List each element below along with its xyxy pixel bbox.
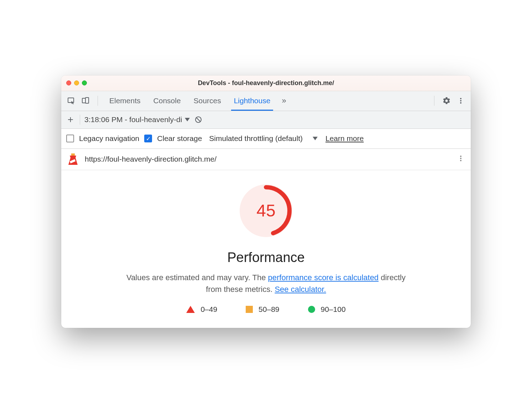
legend-low: 0–49	[186, 305, 217, 314]
titlebar: DevTools - foul-heavenly-direction.glitc…	[61, 75, 471, 91]
zoom-window-button[interactable]	[82, 80, 87, 85]
clear-storage-checkbox[interactable]: ✓	[144, 135, 152, 142]
throttling-caret-icon[interactable]	[313, 137, 318, 140]
report-url-text: https://foul-heavenly-direction.glitch.m…	[85, 155, 217, 163]
legend-high: 90–100	[308, 305, 346, 314]
more-tabs-icon[interactable]: »	[278, 96, 290, 105]
triangle-icon	[186, 306, 195, 313]
close-window-button[interactable]	[66, 80, 71, 85]
report-url-row: https://foul-heavenly-direction.glitch.m…	[61, 149, 471, 170]
device-toolbar-icon[interactable]	[80, 95, 91, 106]
window-title: DevTools - foul-heavenly-direction.glitc…	[61, 79, 471, 87]
svg-point-3	[460, 98, 461, 99]
tab-console[interactable]: Console	[148, 91, 186, 111]
performance-description: Values are estimated and may vary. The p…	[120, 272, 412, 295]
separator	[80, 115, 80, 125]
devtools-window: DevTools - foul-heavenly-direction.glitc…	[61, 75, 471, 328]
new-report-button[interactable]: +	[66, 114, 75, 125]
score-legend: 0–49 50–89 90–100	[72, 305, 460, 314]
caret-down-icon	[185, 118, 190, 121]
svg-rect-2	[85, 98, 89, 103]
performance-gauge: 45	[240, 184, 292, 237]
lighthouse-toolbar: + 3:18:06 PM - foul-heavenly-di	[61, 111, 471, 129]
inspect-element-icon[interactable]	[66, 95, 77, 106]
clear-storage-label: Clear storage	[157, 134, 202, 143]
score-calculated-link[interactable]: performance score is calculated	[268, 273, 379, 282]
lighthouse-report: 45 Performance Values are estimated and …	[61, 170, 471, 328]
svg-marker-9	[70, 156, 76, 158]
svg-point-13	[460, 158, 461, 159]
svg-point-12	[460, 156, 461, 157]
tab-sources[interactable]: Sources	[189, 91, 226, 111]
performance-heading: Performance	[72, 250, 460, 265]
learn-more-link[interactable]: Learn more	[325, 134, 364, 143]
clear-report-icon[interactable]	[194, 115, 203, 124]
traffic-lights	[66, 80, 87, 85]
svg-rect-8	[71, 153, 75, 156]
legacy-navigation-checkbox[interactable]	[66, 135, 74, 142]
report-selector[interactable]: 3:18:06 PM - foul-heavenly-di	[84, 115, 190, 124]
throttling-label: Simulated throttling (default)	[209, 134, 303, 143]
circle-icon	[308, 306, 315, 313]
devtools-tabs-bar: Elements Console Sources Lighthouse »	[61, 91, 471, 111]
separator	[98, 96, 98, 106]
tab-elements[interactable]: Elements	[104, 91, 146, 111]
svg-point-5	[460, 102, 461, 104]
legend-mid: 50–89	[246, 305, 279, 314]
minimize-window-button[interactable]	[74, 80, 79, 85]
square-icon	[246, 306, 253, 313]
tab-lighthouse[interactable]: Lighthouse	[229, 91, 276, 111]
performance-score: 45	[240, 184, 292, 237]
more-menu-icon[interactable]	[455, 95, 466, 106]
report-menu-icon[interactable]	[457, 155, 464, 164]
svg-rect-0	[68, 98, 74, 103]
svg-point-14	[460, 160, 461, 161]
report-selector-label: 3:18:06 PM - foul-heavenly-di	[84, 115, 182, 124]
lighthouse-options-bar: Legacy navigation ✓ Clear storage Simula…	[61, 129, 471, 149]
see-calculator-link[interactable]: See calculator.	[275, 285, 326, 294]
separator	[434, 96, 434, 106]
legacy-navigation-label: Legacy navigation	[79, 134, 139, 143]
settings-icon[interactable]	[441, 95, 452, 106]
svg-point-4	[460, 100, 461, 101]
svg-line-7	[197, 118, 200, 122]
lighthouse-logo-icon	[68, 153, 78, 166]
